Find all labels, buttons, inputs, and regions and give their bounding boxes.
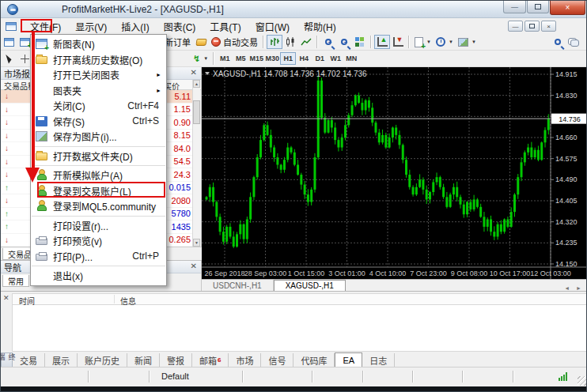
- menu-item-6[interactable]: 帮助(H): [297, 18, 343, 35]
- candle-body: [439, 177, 441, 187]
- svg-text:14.490: 14.490: [555, 175, 578, 183]
- indicators-button[interactable]: ▼: [412, 35, 434, 49]
- menu-item-5[interactable]: 窗口(W): [248, 18, 297, 35]
- candle-body: [534, 150, 536, 157]
- scroll-down-icon[interactable]: ▼: [193, 239, 200, 247]
- child-restore-button[interactable]: [525, 21, 540, 32]
- terminal-tab-警报[interactable]: 警报: [160, 353, 192, 367]
- timeframe-mn-button[interactable]: MN: [343, 52, 359, 65]
- terminal-tab-交易[interactable]: 交易: [13, 353, 45, 367]
- chart-line-button[interactable]: [298, 35, 314, 49]
- terminal-tab-市场[interactable]: 市场: [229, 353, 261, 367]
- svg-text:14.405: 14.405: [555, 197, 578, 205]
- terminal-tab-新闻[interactable]: 新闻: [127, 353, 160, 367]
- window-title: ProfitMarketHK-Live2 - [XAGUSD-,H1]: [62, 4, 224, 15]
- file-menu-item[interactable]: 新图表(N): [31, 36, 166, 52]
- terminal-tab-代码库[interactable]: 代码库: [294, 353, 335, 367]
- candle-body: [328, 120, 330, 133]
- svg-text:14.235: 14.235: [555, 239, 578, 247]
- child-window-icon[interactable]: [6, 22, 17, 31]
- close-button[interactable]: ×: [550, 1, 585, 15]
- navigator-close-icon[interactable]: ✕: [191, 262, 197, 270]
- tab-common[interactable]: 常用: [2, 275, 29, 287]
- child-close-button[interactable]: ×: [541, 21, 556, 32]
- timeframe-d1-button[interactable]: D1: [312, 52, 328, 65]
- svg-text:4 Oct 10:00: 4 Oct 10:00: [369, 270, 407, 277]
- new-chart-button[interactable]: [1, 35, 17, 49]
- candle-body: [436, 177, 438, 182]
- autotrade-button[interactable]: 自动交易: [209, 35, 260, 49]
- file-menu-item[interactable]: 保存为图片(i)...: [31, 129, 166, 145]
- terminal-tab-日志[interactable]: 日志: [362, 353, 395, 367]
- chart-bars-button[interactable]: [267, 35, 282, 49]
- child-minimize-button[interactable]: —: [508, 21, 523, 32]
- arrange-up-button[interactable]: ▲: [374, 35, 390, 49]
- scroll-thumb[interactable]: [193, 100, 200, 124]
- file-menu-item[interactable]: 开新模拟帐户(A): [31, 168, 166, 183]
- terminal-tab-信号[interactable]: 信号: [261, 353, 294, 367]
- chat-button[interactable]: [566, 35, 581, 49]
- search-button[interactable]: [550, 35, 566, 49]
- chart-tabs-left-icon[interactable]: ◄: [564, 285, 570, 291]
- file-menu-item[interactable]: 打印设置(r)...: [31, 218, 166, 234]
- up-arrow-icon: ↑: [5, 183, 9, 192]
- down-arrow-icon: ↓: [5, 236, 9, 244]
- market-watch-scrollbar[interactable]: ▲ ▼: [192, 80, 200, 247]
- file-menu-item[interactable]: 打开数据文件夹(D): [31, 149, 166, 164]
- terminal-tab-账户历史[interactable]: 账户历史: [78, 353, 127, 367]
- zoom-out-button[interactable]: −: [336, 35, 352, 49]
- chart-tabs-right-icon[interactable]: ►: [576, 285, 581, 291]
- file-menu-item[interactable]: 打开离线历史数据(O): [31, 52, 166, 68]
- deposit-button[interactable]: [193, 35, 209, 49]
- file-menu-item[interactable]: 退出(x): [31, 268, 166, 284]
- menu-separator: [32, 146, 165, 147]
- file-menu-item[interactable]: 打印预览(v): [31, 233, 166, 249]
- timeframe-m15-button[interactable]: M15: [248, 52, 264, 65]
- market-watch-close-icon[interactable]: ✕: [191, 68, 197, 77]
- price-chart[interactable]: 14.91514.83014.74514.66014.57514.49014.4…: [202, 67, 587, 279]
- resize-grip[interactable]: [578, 376, 587, 386]
- file-menu-item[interactable]: 保存(S)Ctrl+S: [31, 114, 166, 130]
- terminal-tab-EA[interactable]: EA: [335, 352, 362, 368]
- menu-item-1[interactable]: 显示(V): [68, 18, 114, 35]
- svg-text:12 Oct 03:00: 12 Oct 03:00: [530, 270, 571, 277]
- file-menu-item[interactable]: 图表夹►: [31, 83, 166, 99]
- timeframe-m5-button[interactable]: M5: [233, 52, 248, 65]
- objects-dropdown-button[interactable]: ↯▼: [191, 51, 210, 66]
- chart-ohlc-header: XAGUSD-,H1 14.708 14.736 14.702 14.736: [205, 70, 367, 78]
- file-menu-item[interactable]: 打印(P)...Ctrl+P: [31, 249, 166, 265]
- zoom-in-button[interactable]: +: [320, 35, 336, 49]
- arrange-down-button[interactable]: ▼: [390, 35, 406, 49]
- file-menu-item[interactable]: 关闭(C)Ctrl+F4: [31, 98, 166, 114]
- chart-tab[interactable]: USDCNH-,H1: [202, 280, 274, 291]
- terminal-close-icon[interactable]: ✕: [3, 294, 9, 302]
- menu-item-3[interactable]: 图表(C): [157, 18, 203, 35]
- timeframe-h4-button[interactable]: H4: [296, 52, 312, 65]
- terminal-tab-邮箱[interactable]: 邮箱6: [192, 353, 229, 367]
- templates-button[interactable]: ▼: [456, 35, 479, 49]
- menu-item-4[interactable]: 工具(T): [203, 18, 248, 35]
- cursor-button[interactable]: [1, 51, 17, 66]
- svg-text:28 Sep 03:00: 28 Sep 03:00: [244, 270, 287, 277]
- minimize-button[interactable]: —: [503, 1, 526, 13]
- maximize-button[interactable]: [527, 1, 549, 13]
- bid-price: 0.90: [174, 118, 191, 127]
- file-menu-item[interactable]: 登录到MQL5.community: [31, 198, 166, 214]
- menu-item-2[interactable]: 插入(I): [114, 18, 156, 35]
- chart-candles-button[interactable]: [282, 35, 298, 49]
- chart-tab[interactable]: XAGUSD-,H1: [274, 280, 346, 291]
- timeframe-h1-button[interactable]: H1: [280, 52, 296, 65]
- periods-button[interactable]: ▼: [434, 35, 456, 49]
- timeframe-w1-button[interactable]: W1: [328, 52, 343, 65]
- svg-text:3 Oct 01:00: 3 Oct 01:00: [328, 270, 365, 277]
- scroll-up-icon[interactable]: ▲: [193, 80, 200, 88]
- candle-body: [304, 185, 306, 195]
- terminal-side-label[interactable]: 终端: [1, 352, 13, 368]
- file-menu-item[interactable]: 打开已关闭图表►: [31, 67, 166, 83]
- bid-price: 8.15: [174, 130, 191, 140]
- tile-windows-button[interactable]: [352, 35, 368, 49]
- timeframe-m1-button[interactable]: M1: [217, 52, 233, 65]
- candle-body: [408, 175, 411, 187]
- terminal-tab-展示[interactable]: 展示: [45, 353, 78, 367]
- timeframe-m30-button[interactable]: M30: [264, 52, 280, 65]
